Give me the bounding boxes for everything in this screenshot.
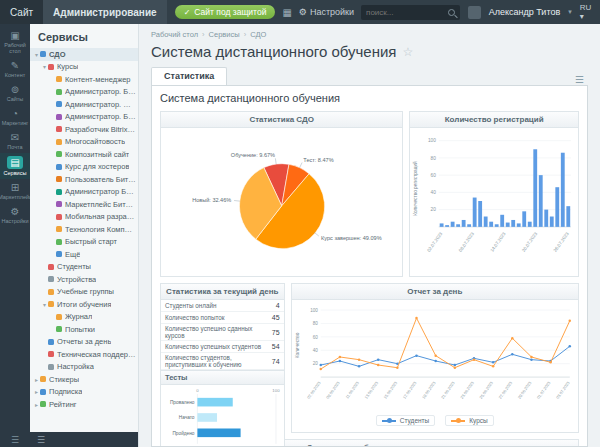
tree-item[interactable]: ▾Курсы [30, 61, 138, 74]
stat-value: 74 [272, 358, 280, 365]
tree-item[interactable]: Учебные группы [30, 286, 138, 299]
svg-text:Провалено: Провалено [170, 400, 195, 405]
table-row: Количество попыток45 [161, 312, 284, 324]
tree-item[interactable]: Администратор. Бизнес [30, 111, 138, 124]
panel-daily-statistics-title[interactable]: Статистика за текущий день [161, 284, 284, 300]
toolbar-grid-icon[interactable]: ▦ [282, 7, 291, 18]
panel-sdo-statistics-title[interactable]: Статистика СДО [161, 112, 402, 128]
page-title: Система дистанционного обучения [151, 43, 396, 60]
stat-value: 45 [272, 314, 280, 321]
tree-item-label: Администратор. Базовый [65, 87, 136, 96]
panel-daily-report-title[interactable]: Отчет за день [292, 284, 578, 300]
tree-arrow-icon: ▾ [33, 51, 40, 58]
svg-text:Количество регистраций: Количество регистраций [412, 161, 418, 216]
rail-item-label: Маркетинг [2, 120, 29, 126]
breadcrumb-services[interactable]: Сервисы [209, 30, 240, 39]
tree-item[interactable]: Разработчик Bitrix Framework [30, 123, 138, 136]
tree-item-label: Курсы [57, 62, 78, 71]
tree-item[interactable]: ▸Рейтинг [30, 398, 138, 411]
tree-item[interactable]: Композитный сайт [30, 148, 138, 161]
breadcrumb-desktop[interactable]: Рабочий стол [151, 30, 198, 39]
marketing-icon: ◔ [12, 108, 18, 119]
svg-text:100: 100 [272, 388, 280, 393]
tree-item[interactable]: Мобильная разработка [30, 211, 138, 224]
legend-label: Курсы [469, 417, 488, 424]
tree-item[interactable]: Техническая поддержка [30, 348, 138, 361]
tree-item[interactable]: Отчеты за день [30, 336, 138, 349]
tree-node-icon [48, 276, 54, 282]
tree-item-label: Технология Композит [65, 225, 136, 234]
language-selector[interactable]: RU ▾ [580, 3, 597, 21]
search-icon[interactable] [448, 9, 455, 16]
legend-item-students[interactable]: Студенты [376, 415, 435, 426]
tab-admin[interactable]: Администрирование [43, 0, 167, 24]
tree-node-icon [56, 176, 62, 182]
tree-item[interactable]: ▸Подписка [30, 386, 138, 399]
tree-item[interactable]: Ещё [30, 248, 138, 261]
tree-item[interactable]: Маркетплейс Битрикс24 [30, 198, 138, 211]
tree-item[interactable]: Журнал [30, 311, 138, 324]
menu-collapse-icon[interactable]: ☰ [37, 435, 45, 445]
rail-item-marketing[interactable]: ◔Маркетинг [0, 105, 30, 129]
app: Сайт Администрирование ✓ Сайт под защито… [0, 0, 600, 447]
svg-text:40: 40 [431, 190, 437, 195]
tree-item[interactable]: Быстрый старт [30, 236, 138, 249]
tree-item[interactable]: Настройка [30, 361, 138, 374]
breadcrumb-sdo[interactable]: СДО [250, 30, 266, 39]
tree-item[interactable]: ▸Стикеры [30, 373, 138, 386]
gadget-menu-icon[interactable]: ☰ [571, 74, 588, 85]
favorite-star-icon[interactable]: ☆ [402, 45, 413, 59]
tree-item-label: Итоги обучения [57, 300, 111, 309]
tree-arrow-icon: ▾ [41, 63, 48, 70]
tree-item[interactable]: Администратор Битрикс24 [30, 186, 138, 199]
rail-item-marketplace[interactable]: ⊞Маркетплейс [0, 179, 30, 203]
rail-item-services[interactable]: ▤Сервисы [0, 153, 30, 179]
rail-item-mail[interactable]: ✉Почта [0, 129, 30, 153]
svg-text:08.07.2023: 08.07.2023 [458, 231, 475, 253]
tree-item[interactable]: Попытки [30, 323, 138, 336]
tree-item[interactable]: ▾СДО [30, 48, 138, 61]
site-protected-button[interactable]: ✓ Сайт под защитой [175, 5, 276, 19]
rail-item-content[interactable]: ✎Контент [0, 57, 30, 81]
tree-item[interactable]: Пользователь Битрикс24 [30, 173, 138, 186]
rail-collapse-icon[interactable]: ☰ [0, 432, 30, 447]
rail-item-sites[interactable]: ⊚Сайты [0, 81, 30, 105]
tree-item-label: Устройства [57, 275, 96, 284]
tree-item[interactable]: Технология Композит [30, 223, 138, 236]
marketplace-icon: ⊞ [11, 182, 19, 193]
tree-item[interactable]: Студенты [30, 261, 138, 274]
user-menu[interactable]: Александр Титов [489, 7, 560, 17]
tabbar: Статистика ☰ [151, 67, 588, 85]
legend-item-courses[interactable]: Курсы [445, 415, 494, 426]
svg-text:60: 60 [431, 173, 437, 178]
svg-text:29.06.2023: 29.06.2023 [516, 380, 532, 400]
tree-item[interactable]: Администратор. Модули [30, 98, 138, 111]
avatar[interactable] [468, 6, 480, 19]
svg-text:100: 100 [428, 138, 436, 143]
rail-item-desktop[interactable]: ▣Рабочий стол [0, 27, 30, 57]
tab-statistics[interactable]: Статистика [151, 67, 227, 85]
svg-text:14.07.2023: 14.07.2023 [490, 231, 507, 253]
svg-text:20.07.2023: 20.07.2023 [521, 231, 538, 253]
svg-text:13.06.2023: 13.06.2023 [363, 380, 379, 400]
tree-item[interactable]: Контент-менеджер [30, 73, 138, 86]
settings-button[interactable]: ⚙ Настройки [299, 7, 354, 17]
rail-item-settings[interactable]: ⚙Настройки [0, 203, 30, 227]
tree-item[interactable]: ▾Итоги обучения [30, 298, 138, 311]
tab-site[interactable]: Сайт [0, 0, 43, 24]
tree-node-icon [56, 151, 62, 157]
search-input[interactable] [366, 8, 444, 17]
tree-item[interactable]: Многосайтовость [30, 136, 138, 149]
tree-item-label: Пользователь Битрикс24 [65, 175, 136, 184]
sidebar: Сервисы ▾СДО▾КурсыКонтент-менеджерАдмини… [30, 24, 139, 447]
svg-text:15.06.2023: 15.06.2023 [382, 380, 398, 400]
tree-item[interactable]: Курс для хостеров [30, 161, 138, 174]
legend-line-icon [382, 420, 396, 422]
tree-item[interactable]: Администратор. Базовый [30, 86, 138, 99]
tree-item-label: Подписка [49, 387, 82, 396]
tree-item-label: Техническая поддержка [57, 350, 136, 359]
panel-registrations-title[interactable]: Количество регистраций [410, 112, 578, 128]
panel-daily-statistics: Статистика за текущий день Студенты онла… [160, 283, 285, 447]
tree-item[interactable]: Устройства [30, 273, 138, 286]
svg-text:25.06.2023: 25.06.2023 [478, 380, 494, 400]
